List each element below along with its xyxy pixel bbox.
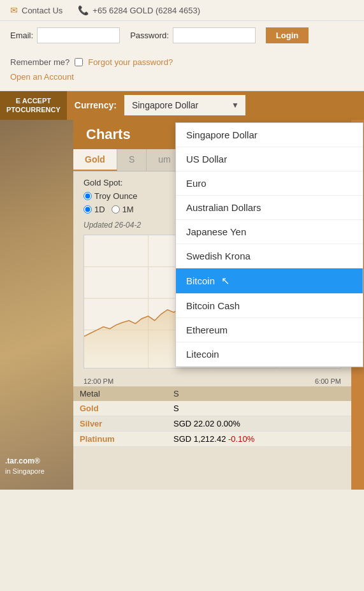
price-cell: SGD 22.02 0.00% [167,416,351,431]
table-row: Silver SGD 22.02 0.00% [73,416,351,431]
col-price: S [167,386,351,401]
tab-gold[interactable]: Gold [73,149,117,171]
currency-select-button[interactable]: Singapore Dollar ▼ [124,95,245,115]
currency-dropdown[interactable]: Singapore Dollar US Dollar Euro Australi… [175,122,363,367]
dropdown-item-ethereum[interactable]: Ethereum [176,318,363,342]
left-side-panel: .tar.com® in Singapore [0,120,73,490]
dropdown-item-bitcoin[interactable]: Bitcoin ↖ [176,268,363,294]
dropdown-arrow-icon: ▼ [231,101,239,110]
password-field-group: Password: [130,27,256,43]
cursor-icon: ↖ [221,275,229,287]
currency-selected-value: Singapore Dollar [132,100,198,110]
top-bar: ✉ Contact Us 📞 +65 6284 GOLD (6284 4653) [0,0,364,21]
currency-select-wrapper[interactable]: Singapore Dollar ▼ [124,95,245,115]
1d-label[interactable]: 1D [84,205,105,214]
price-table: Metal S Gold S Silver SGD 22.02 0.00% [73,386,351,447]
troy-ounce-label[interactable]: Troy Ounce [84,191,137,201]
left-image-text: .tar.com® in Singapore [5,456,73,476]
dropdown-item-bitcoin-cash[interactable]: Bitcoin Cash [176,294,363,318]
phone-item: 📞 +65 6284 GOLD (6284 4653) [78,5,200,15]
dropdown-item-australian-dollars[interactable]: Australian Dollars [176,196,363,220]
currency-label: Currency: [67,100,124,110]
1d-radio[interactable] [84,205,92,214]
email-input[interactable] [37,27,120,43]
time-label-1: 12:00 PM [84,377,113,385]
dropdown-item-japanese-yen[interactable]: Japanese Yen [176,220,363,244]
col-metal: Metal [73,386,167,401]
metal-name: Gold [80,404,99,413]
envelope-icon: ✉ [10,5,18,15]
metal-name: Silver [80,419,102,428]
accept-crypto-label: E ACCEPT PTOCURRENCY [0,91,67,120]
price-cell: S [167,401,351,416]
login-bottom: Remember me? Forgot your password? Open … [10,54,173,82]
email-field-group: Email: [10,27,120,43]
dropdown-item-euro[interactable]: Euro [176,171,363,196]
password-input[interactable] [173,27,256,43]
remember-row: Remember me? Forgot your password? [10,57,173,67]
password-label: Password: [130,31,169,40]
time-label-2: 6:00 PM [315,377,341,385]
contact-us-label: Contact Us [22,6,62,15]
currency-bar: E ACCEPT PTOCURRENCY Currency: Singapore… [0,91,364,120]
forgot-password-link[interactable]: Forgot your password? [88,57,173,67]
1m-label[interactable]: 1M [112,205,134,214]
chart-time-labels: 12:00 PM 6:00 PM [73,376,351,386]
remember-label: Remember me? [10,57,69,67]
1m-radio[interactable] [112,205,120,214]
brand-text: .tar.com® [5,456,73,467]
email-label: Email: [10,31,33,40]
phone-icon: 📞 [78,5,89,15]
phone-label: +65 6284 GOLD (6284 4653) [92,6,200,15]
accept-line1: E ACCEPT [6,96,61,105]
dropdown-item-swedish-krona[interactable]: Swedish Krona [176,244,363,268]
dropdown-item-singapore-dollar[interactable]: Singapore Dollar [176,123,363,147]
table-row: Platinum SGD 1,212.42 -0.10% [73,431,351,446]
metal-name: Platinum [80,434,115,444]
sub-text: in Singapore [5,467,73,476]
login-area: Email: Password: Login Remember me? Forg… [0,21,364,91]
accept-line2: PTOCURRENCY [6,105,61,114]
contact-us-item[interactable]: ✉ Contact Us [10,5,62,15]
price-cell: SGD 1,212.42 -0.10% [167,431,351,446]
dropdown-item-us-dollar[interactable]: US Dollar [176,147,363,171]
tab-silver[interactable]: S [117,149,147,171]
table-row: Gold S [73,401,351,416]
login-button[interactable]: Login [266,27,309,43]
left-image: .tar.com® in Singapore [0,120,73,490]
remember-checkbox[interactable] [75,58,83,66]
open-account-link[interactable]: Open an Account [10,72,173,82]
dropdown-item-litecoin[interactable]: Litecoin [176,342,363,367]
troy-ounce-radio[interactable] [84,192,92,200]
